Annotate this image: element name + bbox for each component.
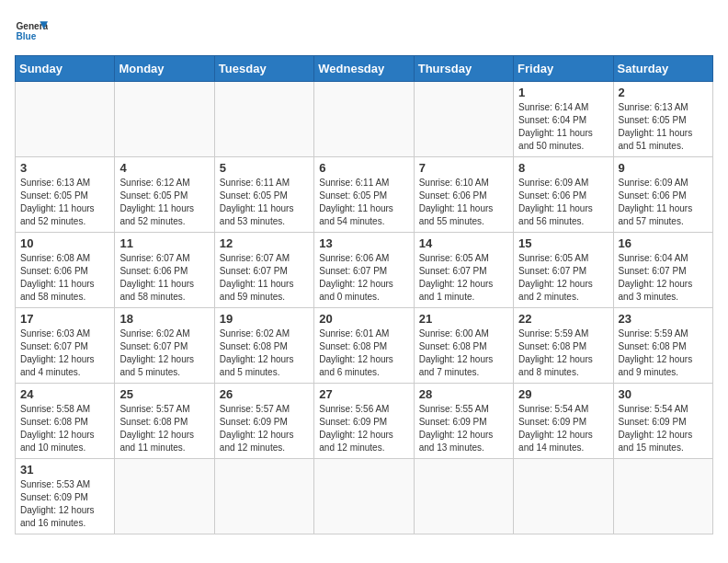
day-info: Sunrise: 5:58 AM Sunset: 6:08 PM Dayligh…	[20, 403, 109, 454]
weekday-header-wednesday: Wednesday	[314, 56, 414, 82]
day-number: 4	[119, 161, 209, 175]
week-row-6: 31Sunrise: 5:53 AM Sunset: 6:09 PM Dayli…	[16, 459, 713, 534]
day-info: Sunrise: 6:06 AM Sunset: 6:07 PM Dayligh…	[319, 252, 408, 304]
day-number: 27	[319, 387, 408, 401]
calendar-cell: 23Sunrise: 5:59 AM Sunset: 6:08 PM Dayli…	[613, 308, 712, 384]
calendar-cell: 9Sunrise: 6:09 AM Sunset: 6:06 PM Daylig…	[613, 157, 712, 233]
day-info: Sunrise: 6:04 AM Sunset: 6:07 PM Dayligh…	[619, 252, 708, 304]
calendar-cell: 4Sunrise: 6:12 AM Sunset: 6:05 PM Daylig…	[115, 157, 214, 233]
calendar-cell: 7Sunrise: 6:10 AM Sunset: 6:06 PM Daylig…	[414, 157, 513, 233]
day-info: Sunrise: 6:11 AM Sunset: 6:05 PM Dayligh…	[319, 177, 408, 228]
calendar-cell: 13Sunrise: 6:06 AM Sunset: 6:07 PM Dayli…	[314, 233, 414, 308]
weekday-header-tuesday: Tuesday	[214, 56, 313, 82]
calendar-cell: 28Sunrise: 5:55 AM Sunset: 6:09 PM Dayli…	[414, 384, 513, 459]
calendar-cell: 19Sunrise: 6:02 AM Sunset: 6:08 PM Dayli…	[214, 308, 313, 384]
calendar-cell	[16, 82, 115, 157]
day-info: Sunrise: 6:09 AM Sunset: 6:06 PM Dayligh…	[518, 177, 608, 228]
calendar-cell: 18Sunrise: 6:02 AM Sunset: 6:07 PM Dayli…	[115, 308, 214, 384]
week-row-1: 1Sunrise: 6:14 AM Sunset: 6:04 PM Daylig…	[16, 82, 713, 157]
weekday-header-row: SundayMondayTuesdayWednesdayThursdayFrid…	[16, 56, 713, 82]
day-number: 16	[619, 236, 708, 250]
calendar-cell	[214, 459, 313, 534]
day-info: Sunrise: 6:11 AM Sunset: 6:05 PM Dayligh…	[220, 177, 309, 228]
logo-icon: General Blue	[15, 15, 48, 48]
calendar-cell: 12Sunrise: 6:07 AM Sunset: 6:07 PM Dayli…	[214, 233, 313, 308]
calendar-cell: 15Sunrise: 6:05 AM Sunset: 6:07 PM Dayli…	[514, 233, 613, 308]
week-row-5: 24Sunrise: 5:58 AM Sunset: 6:08 PM Dayli…	[16, 384, 713, 459]
day-info: Sunrise: 6:07 AM Sunset: 6:06 PM Dayligh…	[119, 252, 209, 304]
calendar-cell: 1Sunrise: 6:14 AM Sunset: 6:04 PM Daylig…	[514, 82, 613, 157]
calendar-cell	[115, 459, 214, 534]
calendar-cell	[115, 82, 214, 157]
day-number: 19	[220, 312, 309, 326]
day-number: 21	[419, 312, 508, 326]
logo: General Blue	[15, 15, 48, 48]
day-info: Sunrise: 6:03 AM Sunset: 6:07 PM Dayligh…	[20, 327, 109, 379]
weekday-header-thursday: Thursday	[414, 56, 513, 82]
day-number: 14	[419, 236, 508, 250]
page-header: General Blue	[15, 15, 713, 48]
day-info: Sunrise: 5:55 AM Sunset: 6:09 PM Dayligh…	[419, 403, 508, 454]
day-info: Sunrise: 6:12 AM Sunset: 6:05 PM Dayligh…	[119, 177, 209, 228]
day-info: Sunrise: 6:09 AM Sunset: 6:06 PM Dayligh…	[619, 177, 708, 228]
day-number: 20	[319, 312, 408, 326]
calendar-cell: 3Sunrise: 6:13 AM Sunset: 6:05 PM Daylig…	[16, 157, 115, 233]
day-number: 2	[619, 86, 708, 99]
weekday-header-friday: Friday	[514, 56, 613, 82]
day-number: 28	[419, 387, 508, 401]
day-info: Sunrise: 6:13 AM Sunset: 6:05 PM Dayligh…	[619, 101, 708, 153]
day-info: Sunrise: 5:59 AM Sunset: 6:08 PM Dayligh…	[619, 327, 708, 379]
day-number: 10	[20, 236, 109, 250]
week-row-3: 10Sunrise: 6:08 AM Sunset: 6:06 PM Dayli…	[16, 233, 713, 308]
calendar-cell: 16Sunrise: 6:04 AM Sunset: 6:07 PM Dayli…	[613, 233, 712, 308]
day-number: 9	[619, 161, 708, 175]
calendar-cell	[314, 459, 414, 534]
calendar-cell	[314, 82, 414, 157]
weekday-header-sunday: Sunday	[16, 56, 115, 82]
day-info: Sunrise: 5:56 AM Sunset: 6:09 PM Dayligh…	[319, 403, 408, 454]
calendar-cell: 21Sunrise: 6:00 AM Sunset: 6:08 PM Dayli…	[414, 308, 513, 384]
day-info: Sunrise: 5:57 AM Sunset: 6:08 PM Dayligh…	[119, 403, 209, 454]
day-number: 24	[20, 387, 109, 401]
day-number: 5	[220, 161, 309, 175]
day-number: 17	[20, 312, 109, 326]
day-number: 29	[518, 387, 608, 401]
day-info: Sunrise: 5:57 AM Sunset: 6:09 PM Dayligh…	[220, 403, 309, 454]
calendar-cell	[514, 459, 613, 534]
day-number: 18	[119, 312, 209, 326]
day-number: 7	[419, 161, 508, 175]
day-info: Sunrise: 6:05 AM Sunset: 6:07 PM Dayligh…	[518, 252, 608, 304]
day-number: 26	[220, 387, 309, 401]
day-info: Sunrise: 6:00 AM Sunset: 6:08 PM Dayligh…	[419, 327, 508, 379]
day-number: 11	[119, 236, 209, 250]
day-info: Sunrise: 5:54 AM Sunset: 6:09 PM Dayligh…	[518, 403, 608, 454]
day-number: 3	[20, 161, 109, 175]
day-info: Sunrise: 6:14 AM Sunset: 6:04 PM Dayligh…	[518, 101, 608, 153]
day-info: Sunrise: 6:02 AM Sunset: 6:08 PM Dayligh…	[220, 327, 309, 379]
calendar-table: SundayMondayTuesdayWednesdayThursdayFrid…	[15, 55, 713, 534]
calendar-cell: 10Sunrise: 6:08 AM Sunset: 6:06 PM Dayli…	[16, 233, 115, 308]
day-info: Sunrise: 6:01 AM Sunset: 6:08 PM Dayligh…	[319, 327, 408, 379]
calendar-cell: 26Sunrise: 5:57 AM Sunset: 6:09 PM Dayli…	[214, 384, 313, 459]
day-number: 31	[20, 463, 109, 477]
day-number: 23	[619, 312, 708, 326]
calendar-cell: 24Sunrise: 5:58 AM Sunset: 6:08 PM Dayli…	[16, 384, 115, 459]
calendar-cell: 31Sunrise: 5:53 AM Sunset: 6:09 PM Dayli…	[16, 459, 115, 534]
day-info: Sunrise: 6:05 AM Sunset: 6:07 PM Dayligh…	[419, 252, 508, 304]
calendar-cell: 29Sunrise: 5:54 AM Sunset: 6:09 PM Dayli…	[514, 384, 613, 459]
day-info: Sunrise: 6:02 AM Sunset: 6:07 PM Dayligh…	[119, 327, 209, 379]
calendar-cell: 11Sunrise: 6:07 AM Sunset: 6:06 PM Dayli…	[115, 233, 214, 308]
day-info: Sunrise: 6:07 AM Sunset: 6:07 PM Dayligh…	[220, 252, 309, 304]
calendar-cell: 8Sunrise: 6:09 AM Sunset: 6:06 PM Daylig…	[514, 157, 613, 233]
calendar-cell: 30Sunrise: 5:54 AM Sunset: 6:09 PM Dayli…	[613, 384, 712, 459]
calendar-cell: 14Sunrise: 6:05 AM Sunset: 6:07 PM Dayli…	[414, 233, 513, 308]
calendar-cell: 27Sunrise: 5:56 AM Sunset: 6:09 PM Dayli…	[314, 384, 414, 459]
weekday-header-saturday: Saturday	[613, 56, 712, 82]
calendar-cell: 25Sunrise: 5:57 AM Sunset: 6:08 PM Dayli…	[115, 384, 214, 459]
day-info: Sunrise: 6:10 AM Sunset: 6:06 PM Dayligh…	[419, 177, 508, 228]
day-number: 12	[220, 236, 309, 250]
day-info: Sunrise: 5:53 AM Sunset: 6:09 PM Dayligh…	[20, 478, 109, 530]
day-info: Sunrise: 6:08 AM Sunset: 6:06 PM Dayligh…	[20, 252, 109, 304]
week-row-2: 3Sunrise: 6:13 AM Sunset: 6:05 PM Daylig…	[16, 157, 713, 233]
day-info: Sunrise: 6:13 AM Sunset: 6:05 PM Dayligh…	[20, 177, 109, 228]
